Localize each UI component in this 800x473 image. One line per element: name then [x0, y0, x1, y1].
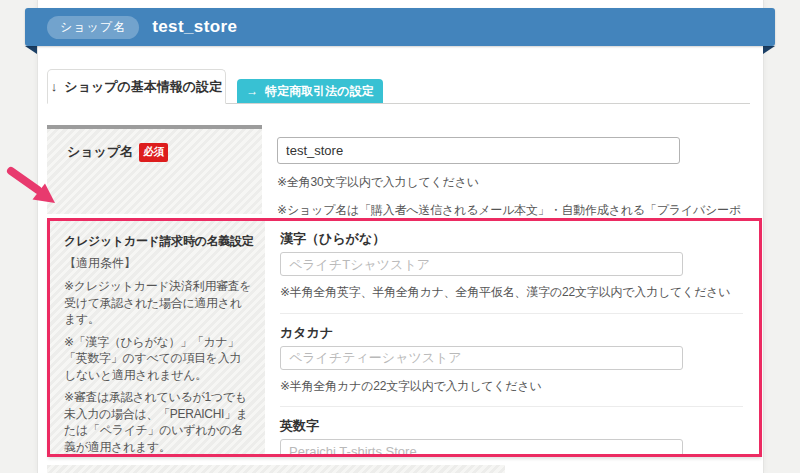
- right-arrow-icon: →: [246, 84, 258, 98]
- credit-card-name-section: クレジットカード請求時の名義設定 【適用条件】 ※クレジットカード決済利用審査を…: [47, 218, 762, 457]
- shop-name-input-cell: ※全角30文字以内で入力してください ※ショップ名は「購入者へ送信されるメール本…: [262, 125, 750, 218]
- kanji-hiragana-field: 漢字（ひらがな） ※半角全角英字、半角全角カナ、全角平仮名、漢字の22文字以内で…: [280, 230, 743, 302]
- tab-tokutei-label: 特定商取引法の設定: [265, 83, 373, 100]
- katakana-input[interactable]: [280, 346, 683, 370]
- credit-card-label-cell: クレジットカード請求時の名義設定 【適用条件】 ※クレジットカード決済利用審査を…: [50, 221, 265, 454]
- shop-name-badge: ショップ名: [47, 16, 139, 39]
- katakana-field: カタカナ ※半角全角カナの22文字以内で入力してください: [280, 324, 743, 396]
- tab-basic-info[interactable]: ↓ ショップの基本情報の設定: [47, 69, 226, 104]
- shop-name-label-cell: ショップ名必須: [47, 125, 262, 214]
- credit-card-note-2: ※「漢字（ひらがな）」「カナ」「英数字」のすべての項目を入力しないと適用されませ…: [64, 334, 253, 384]
- shop-name-note-1: ※全角30文字以内で入力してください: [277, 173, 750, 192]
- katakana-note: ※半角全角カナの22文字以内で入力してください: [280, 377, 743, 396]
- next-row-stub: [47, 465, 505, 473]
- field-divider: [280, 313, 743, 314]
- ribbon-fold-right: [763, 46, 775, 54]
- required-badge: 必須: [139, 143, 168, 162]
- field-divider: [280, 406, 743, 407]
- page-title: test_store: [152, 17, 237, 37]
- shop-name-row: ショップ名必須 ※全角30文字以内で入力してください ※ショップ名は「購入者へ送…: [47, 125, 750, 218]
- shop-settings-page: ショップ名 test_store ↓ ショップの基本情報の設定 → 特定商取引法…: [0, 0, 800, 473]
- shop-name-input[interactable]: [277, 137, 680, 164]
- tab-basic-info-label: ショップの基本情報の設定: [64, 78, 222, 96]
- tab-bar: ↓ ショップの基本情報の設定 → 特定商取引法の設定: [47, 69, 750, 104]
- credit-card-section-title: クレジットカード請求時の名義設定: [64, 233, 253, 250]
- alphanumeric-input[interactable]: [280, 439, 683, 457]
- tab-tokutei-shotorihiki[interactable]: → 特定商取引法の設定: [237, 79, 383, 103]
- alphanumeric-label: 英数字: [280, 417, 743, 435]
- credit-card-fields-cell: 漢字（ひらがな） ※半角全角英字、半角全角カナ、全角平仮名、漢字の22文字以内で…: [265, 221, 759, 454]
- shop-name-label: ショップ名: [67, 144, 133, 159]
- katakana-label: カタカナ: [280, 324, 743, 342]
- kanji-hiragana-label: 漢字（ひらがな）: [280, 230, 743, 248]
- credit-card-note-1: ※クレジットカード決済利用審査を受けて承認された場合に適用されます。: [64, 278, 253, 328]
- shop-header-ribbon: ショップ名 test_store: [25, 8, 775, 46]
- annotation-arrow-icon: [5, 166, 65, 212]
- kanji-hiragana-note: ※半角全角英字、半角全角カナ、全角平仮名、漢字の22文字以内で入力してください: [280, 283, 743, 302]
- kanji-hiragana-input[interactable]: [280, 252, 683, 276]
- credit-card-note-3: ※審査は承認されているが1つでも未入力の場合は、「PERAICHI」または「ペラ…: [64, 389, 253, 455]
- down-arrow-icon: ↓: [51, 79, 58, 94]
- alphanumeric-field: 英数字 ※半角英数字、半角スペースの22文字以内で入力してください: [280, 417, 743, 457]
- ribbon-fold-left: [25, 46, 37, 54]
- credit-card-conditions-heading: 【適用条件】: [64, 255, 253, 272]
